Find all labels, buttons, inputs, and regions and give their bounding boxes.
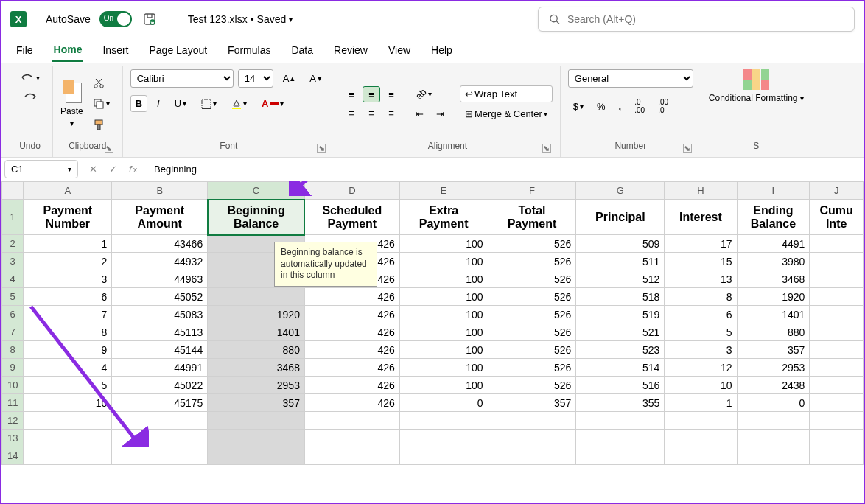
col-header-H[interactable]: H [665, 182, 737, 200]
cell-C1[interactable]: BeginningBalance [208, 200, 305, 235]
cell-C6[interactable]: 1920 [208, 306, 305, 323]
row-header-14[interactable]: 14 [2, 447, 24, 465]
cell-G5[interactable]: 518 [576, 288, 665, 306]
conditional-formatting-icon[interactable] [743, 69, 769, 90]
cell-G14[interactable] [576, 447, 665, 465]
cell-I2[interactable]: 4491 [737, 235, 810, 253]
paste-dropdown[interactable]: ▾ [70, 119, 74, 127]
copy-button[interactable]: ▾ [88, 95, 115, 113]
cell-J9[interactable] [810, 359, 864, 377]
cell-F10[interactable]: 526 [488, 377, 576, 394]
merge-center-button[interactable]: ⊞ Merge & Center ▾ [460, 105, 553, 122]
cell-E4[interactable]: 100 [399, 270, 488, 288]
cell-H2[interactable]: 17 [665, 235, 737, 253]
orientation-button[interactable]: ab▾ [410, 85, 449, 102]
cell-F1[interactable]: TotalPayment [488, 200, 576, 235]
cell-B3[interactable]: 44932 [112, 253, 208, 270]
cell-J3[interactable] [810, 253, 864, 270]
cell-I12[interactable] [737, 412, 810, 430]
cell-E5[interactable]: 100 [399, 288, 488, 306]
row-header-4[interactable]: 4 [2, 270, 24, 288]
bold-button[interactable]: B [130, 95, 147, 112]
filename[interactable]: Test 123.xlsx • Saved▾ [188, 13, 293, 25]
row-header-8[interactable]: 8 [2, 341, 24, 359]
cell-G9[interactable]: 514 [576, 359, 665, 377]
row-header-11[interactable]: 11 [2, 394, 24, 412]
redo-button[interactable] [18, 88, 43, 105]
tab-help[interactable]: Help [430, 40, 454, 60]
autosave-toggle[interactable]: On [99, 11, 132, 27]
cell-J1[interactable]: CumuInte [810, 200, 864, 235]
cell-E11[interactable]: 0 [399, 394, 488, 412]
select-all-corner[interactable] [2, 182, 24, 200]
align-middle-button[interactable]: ≡ [363, 86, 380, 102]
cell-H6[interactable]: 6 [665, 306, 737, 323]
cell-C13[interactable] [208, 430, 305, 447]
cell-G12[interactable] [576, 412, 665, 430]
save-icon[interactable] [138, 10, 161, 29]
cell-D8[interactable]: 426 [304, 341, 399, 359]
cell-J6[interactable] [810, 306, 864, 323]
alignment-dialog-launcher[interactable]: ⬊ [542, 144, 551, 153]
format-painter-button[interactable] [88, 116, 115, 133]
cell-H3[interactable]: 15 [665, 253, 737, 270]
cell-G6[interactable]: 519 [576, 306, 665, 323]
percent-button[interactable]: % [592, 95, 611, 117]
cell-C14[interactable] [208, 447, 305, 465]
cell-C9[interactable]: 3468 [208, 359, 305, 377]
cell-C7[interactable]: 1401 [208, 323, 305, 341]
cell-I8[interactable]: 357 [737, 341, 810, 359]
cell-J8[interactable] [810, 341, 864, 359]
cell-J4[interactable] [810, 270, 864, 288]
cell-A1[interactable]: PaymentNumber [24, 200, 112, 235]
comma-button[interactable]: , [614, 95, 627, 117]
cell-G11[interactable]: 355 [576, 394, 665, 412]
cell-C5[interactable] [208, 288, 305, 306]
cell-E7[interactable]: 100 [399, 323, 488, 341]
tab-data[interactable]: Data [290, 40, 315, 60]
cell-G2[interactable]: 509 [576, 235, 665, 253]
cell-F7[interactable]: 526 [488, 323, 576, 341]
cell-E3[interactable]: 100 [399, 253, 488, 270]
cell-E13[interactable] [399, 430, 488, 447]
col-header-J[interactable]: J [810, 182, 864, 200]
paste-icon[interactable] [61, 80, 82, 103]
cell-H5[interactable]: 8 [665, 288, 737, 306]
cell-A3[interactable]: 2 [24, 253, 112, 270]
cell-D9[interactable]: 426 [304, 359, 399, 377]
font-name-select[interactable]: Calibri [130, 69, 234, 88]
paste-label[interactable]: Paste [60, 106, 83, 116]
cell-I11[interactable]: 0 [737, 394, 810, 412]
cell-J14[interactable] [810, 447, 864, 465]
cell-I14[interactable] [737, 447, 810, 465]
col-header-F[interactable]: F [488, 182, 576, 200]
cell-D11[interactable]: 426 [304, 394, 399, 412]
row-header-2[interactable]: 2 [2, 235, 24, 253]
cell-H12[interactable] [665, 412, 737, 430]
cell-J10[interactable] [810, 377, 864, 394]
row-header-9[interactable]: 9 [2, 359, 24, 377]
tab-formulas[interactable]: Formulas [226, 40, 272, 60]
cell-B1[interactable]: PaymentAmount [112, 200, 208, 235]
align-top-button[interactable]: ≡ [343, 86, 360, 102]
cell-F12[interactable] [488, 412, 576, 430]
font-dialog-launcher[interactable]: ⬊ [317, 144, 326, 153]
cell-I5[interactable]: 1920 [737, 288, 810, 306]
cell-I7[interactable]: 880 [737, 323, 810, 341]
cell-G8[interactable]: 523 [576, 341, 665, 359]
cell-I6[interactable]: 1401 [737, 306, 810, 323]
cell-H10[interactable]: 10 [665, 377, 737, 394]
font-color-button[interactable]: A▾ [256, 95, 289, 112]
cell-H4[interactable]: 13 [665, 270, 737, 288]
cell-B4[interactable]: 44963 [112, 270, 208, 288]
cell-D6[interactable]: 426 [304, 306, 399, 323]
cell-I9[interactable]: 2953 [737, 359, 810, 377]
decrease-font-button[interactable]: A▾ [304, 70, 327, 87]
cell-H13[interactable] [665, 430, 737, 447]
cell-F13[interactable] [488, 430, 576, 447]
row-header-1[interactable]: 1 [2, 200, 24, 235]
fill-color-button[interactable]: ▾ [226, 96, 252, 112]
cancel-formula-button[interactable]: ✕ [84, 161, 102, 178]
align-right-button[interactable]: ≡ [382, 105, 400, 121]
cell-C12[interactable] [208, 412, 305, 430]
